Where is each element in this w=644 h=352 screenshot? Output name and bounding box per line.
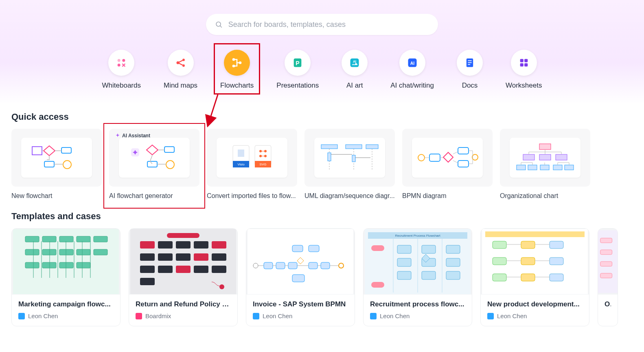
svg-point-63 bbox=[472, 154, 478, 160]
ai-flowchart-generator-label: AI flowchart generator bbox=[109, 192, 199, 200]
svg-rect-33 bbox=[164, 147, 174, 152]
svg-rect-23 bbox=[520, 59, 523, 62]
quickaccess-convert-import[interactable]: VisioSVGConvert imported files to flow..… bbox=[207, 129, 297, 200]
svg-rect-101 bbox=[194, 241, 208, 249]
svg-rect-147 bbox=[446, 258, 460, 266]
svg-rect-49 bbox=[321, 145, 337, 149]
category-worksheets[interactable]: Worksheets bbox=[506, 50, 542, 90]
ai-art-label: AI art bbox=[346, 81, 363, 90]
svg-rect-61 bbox=[458, 147, 469, 154]
svg-point-3 bbox=[123, 59, 125, 62]
category-mindmaps[interactable]: Mind maps bbox=[164, 50, 197, 90]
category-row: WhiteboardsMind mapsFlowchartsPPresentat… bbox=[11, 50, 633, 90]
template-card[interactable]: Recruitment Process FlowchartRecruitment… bbox=[363, 228, 472, 326]
svg-rect-21 bbox=[468, 62, 471, 63]
svg-point-2 bbox=[118, 59, 120, 62]
svg-rect-153 bbox=[493, 274, 506, 281]
category-ai-art[interactable]: AIAI art bbox=[342, 50, 368, 90]
svg-rect-67 bbox=[556, 154, 567, 160]
svg-rect-140 bbox=[397, 245, 411, 253]
category-whiteboards[interactable]: Whiteboards bbox=[102, 50, 141, 90]
templates-section: Templates and cases Marketing campaign f… bbox=[0, 200, 644, 326]
svg-text:SVG: SVG bbox=[260, 163, 267, 166]
search-icon bbox=[215, 20, 223, 29]
org-chart-thumb bbox=[500, 129, 590, 187]
svg-rect-24 bbox=[524, 59, 528, 62]
template-card[interactable]: Marketing campaign flowc...Leon Chen bbox=[11, 228, 120, 326]
svg-rect-118 bbox=[276, 262, 285, 269]
presentations-icon-circle: P bbox=[285, 50, 311, 76]
svg-rect-68 bbox=[517, 165, 526, 170]
template-title: New product development... bbox=[487, 300, 583, 308]
template-thumb bbox=[481, 229, 589, 295]
quickaccess-bpmn[interactable]: BPMN diagram bbox=[402, 129, 493, 200]
svg-rect-119 bbox=[288, 262, 297, 269]
svg-rect-75 bbox=[42, 236, 56, 242]
quickaccess-uml[interactable]: UML diagram/sequence diagr... bbox=[304, 129, 395, 200]
svg-rect-100 bbox=[176, 241, 191, 249]
author-logo-icon bbox=[136, 313, 142, 319]
svg-rect-76 bbox=[59, 236, 73, 242]
svg-rect-55 bbox=[328, 153, 331, 161]
template-title: Recruitment process flowc... bbox=[370, 300, 465, 308]
category-presentations[interactable]: PPresentations bbox=[276, 50, 319, 90]
template-author: Leon Chen bbox=[18, 312, 114, 319]
quickaccess-ai-flowchart-generator[interactable]: AI AssistantAI flowchart generator bbox=[109, 129, 199, 200]
template-card[interactable]: Or... bbox=[598, 228, 618, 326]
category-docs[interactable]: Docs bbox=[457, 50, 483, 90]
template-thumb bbox=[12, 229, 120, 295]
svg-rect-64 bbox=[539, 144, 551, 150]
template-title: Invoice - SAP System BPMN bbox=[253, 300, 348, 308]
docs-icon-circle bbox=[457, 50, 483, 76]
svg-rect-29 bbox=[61, 147, 71, 153]
template-card[interactable]: Return and Refund Policy F...Boardmix bbox=[129, 228, 238, 326]
ai-chat-label: AI chat/writing bbox=[390, 81, 434, 90]
flowcharts-icon-circle bbox=[224, 50, 250, 76]
svg-rect-123 bbox=[309, 245, 319, 252]
quick-access-row: New flowchartAI AssistantAI flowchart ge… bbox=[11, 129, 633, 200]
search-container bbox=[11, 14, 633, 35]
category-ai-chat[interactable]: AIAI chat/writing bbox=[390, 50, 434, 90]
quickaccess-org-chart[interactable]: Organizational chart bbox=[500, 129, 590, 200]
convert-import-label: Convert imported files to flow... bbox=[207, 192, 297, 200]
uml-thumb bbox=[304, 129, 395, 187]
svg-rect-77 bbox=[77, 236, 90, 242]
svg-rect-120 bbox=[309, 262, 318, 269]
svg-rect-159 bbox=[550, 274, 563, 281]
search-bar[interactable] bbox=[206, 14, 438, 35]
svg-rect-26 bbox=[524, 63, 528, 66]
bpmn-label: BPMN diagram bbox=[402, 192, 493, 200]
svg-rect-60 bbox=[429, 154, 440, 161]
category-flowcharts[interactable]: Flowcharts bbox=[220, 50, 254, 90]
template-card[interactable]: Invoice - SAP System BPMNLeon Chen bbox=[246, 228, 355, 326]
svg-rect-99 bbox=[158, 241, 173, 249]
hero-section: WhiteboardsMind mapsFlowchartsPPresentat… bbox=[0, 0, 644, 104]
svg-rect-145 bbox=[422, 271, 436, 279]
author-logo-icon bbox=[253, 313, 259, 319]
svg-rect-108 bbox=[140, 266, 155, 273]
svg-rect-20 bbox=[468, 60, 471, 61]
quickaccess-new-flowchart[interactable]: New flowchart bbox=[11, 129, 102, 200]
template-card[interactable]: New product development...Leon Chen bbox=[480, 228, 589, 326]
template-thumb bbox=[598, 229, 618, 295]
quick-access-title: Quick access bbox=[11, 112, 633, 122]
search-input[interactable] bbox=[228, 20, 429, 29]
svg-rect-167 bbox=[600, 238, 612, 243]
svg-rect-139 bbox=[371, 282, 384, 288]
svg-rect-168 bbox=[600, 250, 612, 255]
svg-rect-146 bbox=[446, 245, 460, 253]
svg-rect-110 bbox=[176, 266, 191, 273]
svg-rect-28 bbox=[32, 147, 42, 155]
template-author: Leon Chen bbox=[370, 312, 465, 319]
svg-rect-79 bbox=[25, 249, 39, 255]
svg-rect-25 bbox=[520, 63, 523, 66]
uml-label: UML diagram/sequence diagr... bbox=[304, 192, 395, 200]
svg-rect-66 bbox=[539, 154, 551, 160]
svg-rect-107 bbox=[212, 253, 226, 261]
ai-chat-icon-circle: AI bbox=[399, 50, 425, 76]
svg-rect-56 bbox=[352, 155, 355, 162]
new-flowchart-thumb bbox=[11, 129, 102, 187]
template-thumb bbox=[129, 229, 237, 295]
svg-rect-113 bbox=[140, 278, 155, 285]
worksheets-label: Worksheets bbox=[506, 81, 542, 90]
